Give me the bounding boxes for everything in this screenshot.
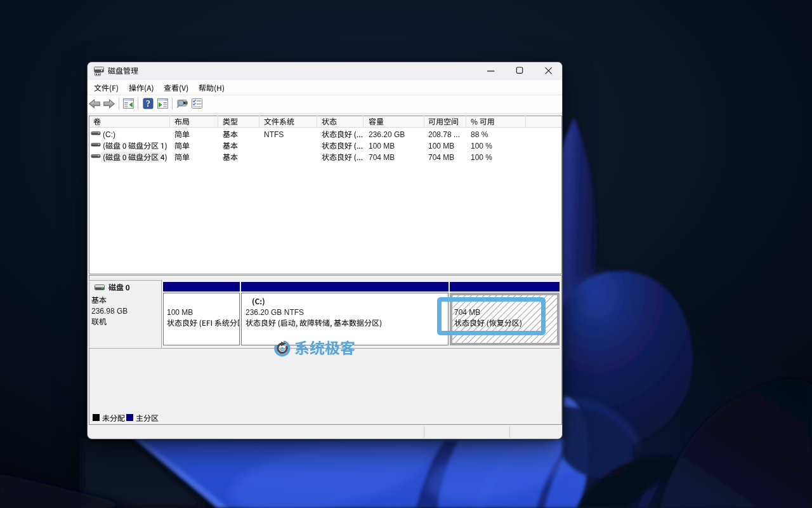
svg-text:100 %: 100 % [471, 153, 492, 162]
svg-text:236.98 GB: 236.98 GB [91, 307, 128, 316]
svg-text:704 MB: 704 MB [454, 308, 480, 317]
svg-text:(C:): (C:) [103, 130, 115, 139]
svg-text:100 MB: 100 MB [167, 308, 193, 317]
svg-text:?: ? [146, 99, 150, 109]
svg-text:208.78 ...: 208.78 ... [428, 130, 460, 139]
svg-text:704 MB: 704 MB [428, 153, 454, 162]
svg-text:100 MB: 100 MB [369, 142, 395, 150]
svg-text:88 %: 88 % [471, 130, 488, 139]
svg-text:NTFS: NTFS [264, 130, 284, 139]
svg-text:236.20 GB NTFS: 236.20 GB NTFS [246, 308, 304, 317]
svg-text:100 MB: 100 MB [428, 142, 454, 150]
svg-text:236.20 GB: 236.20 GB [369, 130, 405, 139]
svg-text:100 %: 100 % [471, 142, 492, 150]
svg-text:704 MB: 704 MB [369, 153, 395, 162]
